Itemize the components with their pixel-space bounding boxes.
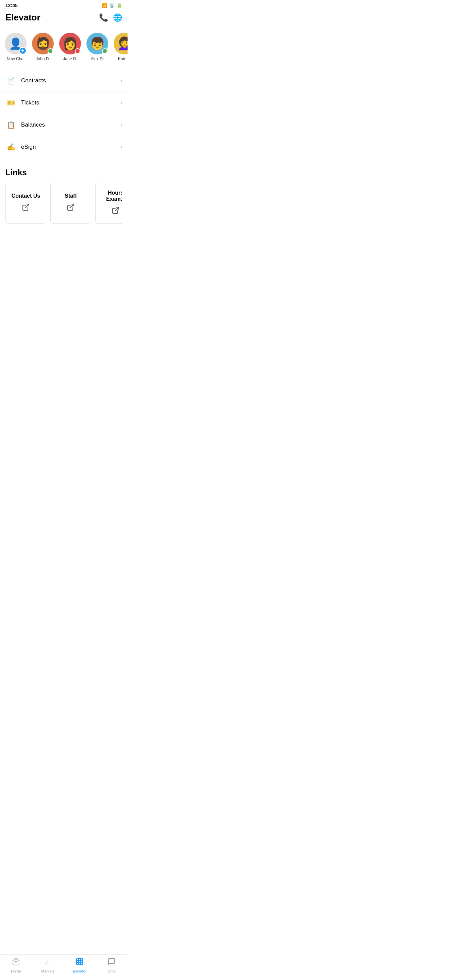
esign-label: eSign	[21, 143, 121, 150]
new-chat-avatar-container: 👤 +	[5, 33, 27, 54]
contact-new-chat[interactable]: 👤 + New Chat	[4, 33, 27, 61]
globe-icon[interactable]: 🌐	[113, 13, 122, 22]
kate-avatar-container: 👩‍🦱	[114, 33, 127, 54]
contacts-row: 👤 + New Chat 🧔 John D. 👩 Jane D. 👦	[0, 27, 127, 67]
esign-chevron: ›	[121, 144, 122, 150]
wifi-icon: 📡	[109, 3, 114, 8]
app-header: Elevator 📞 🌐	[0, 10, 127, 27]
new-chat-label: New Chat	[7, 56, 25, 61]
alex-avatar-container: 👦	[86, 33, 108, 54]
svg-line-1	[70, 204, 74, 208]
staff-label: Staff	[65, 193, 77, 199]
contact-us-external-icon	[22, 203, 30, 213]
balances-icon: 📋	[5, 119, 16, 130]
menu-item-esign[interactable]: ✍️ eSign ›	[0, 136, 127, 158]
balances-chevron: ›	[121, 122, 122, 128]
links-section: Links Contact Us Staff	[0, 161, 127, 228]
kate-avatar: 👩‍🦱	[114, 33, 127, 54]
menu-list: 📄 Contracts › 🎫 Tickets › 📋 Balances › ✍…	[0, 67, 127, 161]
status-bar: 12:45 📶 📡 🔋	[0, 0, 127, 10]
header-actions: 📞 🌐	[99, 13, 122, 22]
contact-us-label: Contact Us	[11, 193, 40, 199]
svg-line-0	[25, 204, 29, 208]
status-icons: 📶 📡 🔋	[102, 3, 122, 8]
menu-item-contracts[interactable]: 📄 Contracts ›	[0, 70, 127, 92]
jane-status-dot	[75, 48, 80, 54]
contact-jane[interactable]: 👩 Jane D.	[59, 33, 82, 61]
contracts-chevron: ›	[121, 78, 122, 84]
menu-item-balances[interactable]: 📋 Balances ›	[0, 114, 127, 136]
phone-icon[interactable]: 📞	[99, 13, 108, 22]
status-time: 12:45	[5, 3, 18, 8]
links-grid: Contact Us Staff Hours Exam...	[5, 183, 122, 224]
jane-avatar-container: 👩	[59, 33, 81, 54]
sim-icon: 📶	[102, 3, 107, 8]
john-label: John D.	[36, 56, 50, 61]
menu-item-tickets[interactable]: 🎫 Tickets ›	[0, 92, 127, 114]
tickets-icon: 🎫	[5, 97, 16, 108]
alex-label: Alex D.	[91, 56, 104, 61]
link-card-contact-us[interactable]: Contact Us	[5, 183, 46, 224]
john-avatar-container: 🧔	[32, 33, 54, 54]
balances-label: Balances	[21, 121, 121, 128]
links-title: Links	[5, 168, 122, 177]
link-card-staff[interactable]: Staff	[50, 183, 91, 224]
contracts-label: Contracts	[21, 77, 121, 84]
contact-kate[interactable]: 👩‍🦱 Kate P.	[113, 33, 127, 61]
alex-status-dot	[102, 48, 108, 54]
link-card-hours-exam[interactable]: Hours Exam...	[95, 183, 122, 224]
battery-icon: 🔋	[117, 3, 122, 8]
contact-alex[interactable]: 👦 Alex D.	[86, 33, 109, 61]
staff-external-icon	[67, 203, 75, 213]
new-chat-badge: +	[19, 47, 27, 54]
svg-line-2	[115, 207, 119, 211]
app-title: Elevator	[5, 12, 40, 23]
contact-john[interactable]: 🧔 John D.	[31, 33, 54, 61]
contracts-icon: 📄	[5, 75, 16, 86]
john-status-dot	[48, 48, 53, 54]
tickets-label: Tickets	[21, 99, 121, 106]
kate-label: Kate P.	[118, 56, 127, 61]
tickets-chevron: ›	[121, 100, 122, 106]
hours-exam-external-icon	[111, 206, 120, 216]
jane-label: Jane D.	[63, 56, 77, 61]
hours-exam-label: Hours Exam...	[101, 190, 122, 202]
esign-icon: ✍️	[5, 142, 16, 153]
